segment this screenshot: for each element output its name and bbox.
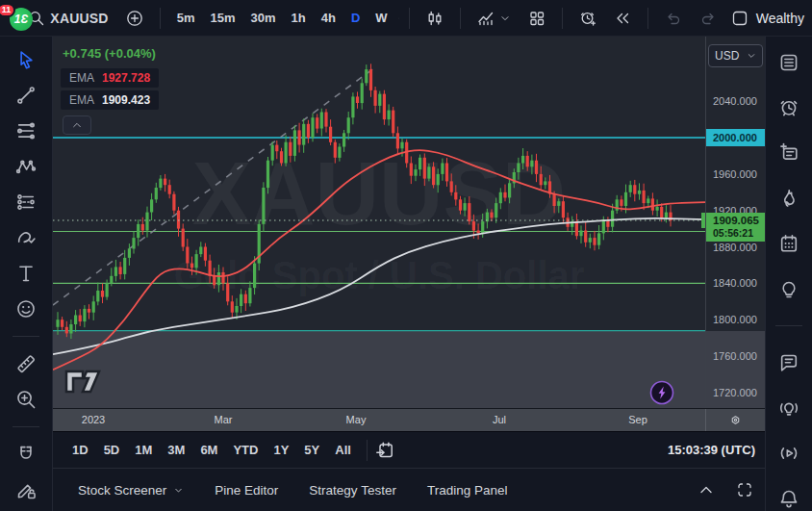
alerts-icon[interactable] — [778, 97, 799, 118]
range-6m[interactable]: 6M — [192, 439, 225, 461]
fib-retracement-tool-icon[interactable] — [15, 120, 37, 141]
indicators-icon — [477, 10, 495, 27]
ema-slow-row[interactable]: EMA 1909.423 — [61, 90, 159, 110]
range-1d[interactable]: 1D — [64, 439, 96, 461]
emoji-tool-icon[interactable] — [15, 298, 37, 319]
highlighted-price-label: 2000.000 — [706, 129, 765, 146]
timeframe-4h[interactable]: 4h — [315, 6, 343, 31]
range-1m[interactable]: 1M — [127, 439, 160, 461]
panel-pine-editor[interactable]: Pine Editor — [203, 477, 290, 503]
range-ytd[interactable]: YTD — [225, 439, 266, 461]
notification-badge: 11 — [0, 3, 15, 17]
right-sidebar — [765, 37, 812, 511]
price-tick: 1840.000 — [706, 277, 765, 289]
magnet-tool-icon[interactable] — [15, 444, 37, 465]
undo-icon — [665, 10, 682, 27]
zoom-in-tool-icon[interactable] — [15, 389, 37, 410]
panel-trading-panel[interactable]: Trading Panel — [416, 477, 520, 503]
time-axis-labels: 2023MarMayJulSep — [53, 409, 705, 431]
gear-icon — [728, 413, 743, 427]
toolbar-separator — [409, 8, 410, 29]
range-1y[interactable]: 1Y — [266, 439, 296, 461]
price-tick: 1800.000 — [706, 314, 765, 325]
layout-grid-button[interactable] — [521, 5, 552, 32]
brush-tool-icon[interactable] — [15, 227, 37, 248]
text-tool-icon[interactable] — [15, 263, 37, 284]
watchlist-icon[interactable] — [778, 52, 799, 73]
toolbar-separator — [647, 8, 648, 29]
chevron-down-icon — [173, 485, 184, 496]
bottom-panel-bar: Stock ScreenerPine EditorStrategy Tester… — [53, 468, 765, 511]
range-group: 1D5D1M3M6MYTD1Y5YAll — [64, 439, 359, 461]
object-tree-icon[interactable] — [778, 142, 799, 164]
undo-button[interactable] — [658, 5, 689, 32]
price-tick: 1880.000 — [706, 242, 765, 253]
prediction-tool-icon[interactable] — [15, 192, 37, 213]
panel-stock-screener[interactable]: Stock Screener — [66, 477, 195, 503]
create-alert-button[interactable] — [572, 5, 603, 32]
trend-line-tool-icon[interactable] — [15, 85, 37, 106]
timeframe-1h[interactable]: 1h — [285, 6, 313, 31]
panel-label: Stock Screener — [78, 483, 166, 498]
chart-canvas[interactable]: XAUUSDGold Spot / U.S. Dollar +0.745 (+0… — [53, 37, 705, 408]
axis-settings-button[interactable] — [705, 409, 765, 431]
app-logo[interactable]: 1Ɛ 11 — [10, 5, 12, 32]
calendar-icon[interactable] — [778, 233, 799, 254]
ema-fast-row[interactable]: EMA 1927.728 — [61, 68, 159, 88]
ideas-icon[interactable] — [778, 278, 799, 299]
range-all[interactable]: All — [327, 439, 359, 461]
candles-icon — [426, 10, 444, 27]
toolbar-separator — [160, 8, 161, 29]
price-tick: 2040.000 — [706, 95, 765, 107]
cursor-tool-icon[interactable] — [15, 49, 37, 70]
currency-label: USD — [715, 49, 739, 63]
sidebar-divider — [775, 325, 802, 326]
toolbar-divider — [13, 426, 39, 427]
range-3m[interactable]: 3M — [160, 439, 192, 461]
xabcd-pattern-tool-icon[interactable] — [15, 156, 37, 177]
price-axis[interactable]: USD 1909.065 05:56:21 2040.0002000.00019… — [705, 37, 765, 408]
currency-selector[interactable]: USD — [708, 44, 763, 67]
timeframe-w[interactable]: W — [368, 6, 393, 31]
chart-style-button[interactable] — [419, 5, 450, 32]
alert-clock-icon — [579, 10, 596, 27]
time-axis[interactable]: 2023MarMayJulSep — [53, 408, 765, 431]
chevron-down-icon — [747, 51, 756, 61]
panel-strategy-tester[interactable]: Strategy Tester — [297, 477, 408, 503]
chart-legend: +0.745 (+0.04%) EMA 1927.728 EMA 1909.42… — [61, 44, 159, 135]
timeframe-d[interactable]: D — [344, 6, 367, 31]
time-label: Sep — [628, 414, 647, 425]
timeframe-30m[interactable]: 30m — [244, 6, 283, 31]
hotlists-icon[interactable] — [778, 188, 799, 209]
panel-expand-icon[interactable] — [698, 481, 715, 498]
timeframe-5m[interactable]: 5m — [170, 6, 202, 31]
bar-replay-button[interactable] — [607, 5, 638, 32]
symbol-search-button[interactable]: XAUUSD — [21, 5, 114, 32]
legend-collapse-button[interactable] — [63, 115, 91, 135]
clock-label[interactable]: 15:03:39 (UTC) — [668, 443, 755, 457]
range-5y[interactable]: 5Y — [296, 439, 327, 461]
timeframe-chevron-icon[interactable] — [398, 10, 399, 27]
notifications-icon[interactable] — [778, 488, 799, 509]
range-5d[interactable]: 5D — [96, 439, 128, 461]
drawing-lock-tool-icon[interactable] — [15, 479, 37, 500]
ruler-tool-icon[interactable] — [15, 353, 37, 374]
fullscreen-icon[interactable] — [736, 481, 753, 498]
user-square-icon — [731, 10, 749, 27]
symbol-label: XAUUSD — [50, 11, 108, 26]
streams-icon[interactable] — [778, 443, 799, 464]
compare-add-button[interactable] — [119, 5, 150, 32]
ema-label: EMA — [69, 93, 94, 107]
timeframe-15m[interactable]: 15m — [203, 6, 241, 31]
account-button[interactable]: Wealthy — [731, 10, 804, 27]
ema-slow-value: 1909.423 — [102, 93, 150, 107]
redo-icon — [699, 10, 717, 27]
goto-date-icon[interactable] — [375, 441, 394, 460]
ema-label: EMA — [69, 71, 94, 85]
indicators-button[interactable] — [470, 5, 518, 32]
chart-area: XAUUSDGold Spot / U.S. Dollar +0.745 (+0… — [53, 37, 765, 408]
time-label: Jul — [493, 414, 506, 425]
redo-button[interactable] — [693, 5, 723, 32]
chat-ai-icon[interactable] — [778, 352, 799, 373]
live-ideas-icon[interactable] — [778, 397, 799, 419]
